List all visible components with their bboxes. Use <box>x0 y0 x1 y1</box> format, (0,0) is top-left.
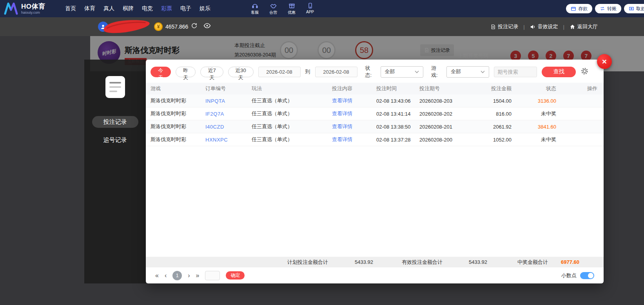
date-to-input[interactable] <box>315 67 357 77</box>
toggle-balance-visibility-button[interactable] <box>203 23 211 30</box>
game-select-value: 全部 <box>451 68 461 75</box>
col-header-amount: 投注金额 <box>480 85 513 92</box>
phone-icon <box>307 2 314 9</box>
filter-bar: 今天 昨天 近7天 近30天 到 状态: 全部 游戏: 全部 查找 <box>146 60 604 83</box>
nav-item-live[interactable]: 真人 <box>103 4 115 14</box>
coin-icon: ¥ <box>154 22 163 31</box>
plan-total-label: 计划投注金额合计 <box>287 259 328 266</box>
username-redaction-scribble <box>99 16 154 36</box>
quick-icon-label: 合营 <box>269 10 277 15</box>
cell-amount: 1052.00 <box>480 137 513 143</box>
main-menu: 首页 体育 真人 棋牌 电竞 彩票 电子 娱乐 <box>64 4 211 14</box>
brand-text: HO体育 haiouty.com <box>21 3 45 15</box>
deposit-button[interactable]: 存款 <box>566 4 592 13</box>
filter-today-button[interactable]: 今天 <box>151 67 171 77</box>
cell-status: 3841.60 <box>513 124 558 130</box>
customer-service-item[interactable]: 客服 <box>247 2 262 15</box>
page-jump-confirm-button[interactable]: 确定 <box>226 271 245 280</box>
valid-total-value: 5433.92 <box>469 259 487 265</box>
withdraw-button[interactable]: 取款 <box>624 4 644 13</box>
wallet-label: 取款 <box>636 5 644 12</box>
col-header-period: 投注期号 <box>419 85 480 92</box>
decimal-toggle-switch[interactable] <box>580 272 594 279</box>
order-code-link[interactable]: IF2Q7A <box>205 111 252 117</box>
cell-amount: 1504.00 <box>480 98 513 104</box>
nav-item-home[interactable]: 首页 <box>64 4 77 14</box>
col-header-game: 游戏 <box>151 85 205 92</box>
nav-item-esports[interactable]: 电竞 <box>141 4 154 14</box>
view-details-link[interactable]: 查看详情 <box>332 136 376 143</box>
back-to-lobby-link[interactable]: 返回大厅 <box>570 23 598 30</box>
cell-period: 20260208-200 <box>419 137 480 143</box>
app-download-item[interactable]: APP <box>303 2 317 15</box>
transfer-button[interactable]: 转账 <box>595 4 621 13</box>
sidebar-item-chase-records[interactable]: 追号记录 <box>92 134 138 146</box>
nav-item-slots[interactable]: 电子 <box>180 4 192 14</box>
subheader-link-label: 音效设定 <box>538 23 558 30</box>
nav-item-cards[interactable]: 棋牌 <box>122 4 134 14</box>
order-code-link[interactable]: HXNXPC <box>205 137 252 143</box>
view-details-link[interactable]: 查看详情 <box>332 123 376 130</box>
settings-button[interactable] <box>581 67 589 76</box>
separator: | <box>563 24 564 30</box>
status-select-value: 全部 <box>385 68 395 75</box>
nav-item-sports[interactable]: 体育 <box>83 4 96 14</box>
eye-icon <box>203 23 211 29</box>
refresh-balance-button[interactable] <box>191 22 198 30</box>
plan-total-value: 5433.92 <box>355 259 373 265</box>
decimal-toggle-label: 小数点 <box>561 272 577 279</box>
first-page-button[interactable]: « <box>155 272 159 279</box>
col-header-status: 状态 <box>513 85 558 92</box>
withdraw-icon <box>629 6 634 11</box>
cell-game: 斯洛伐克时时彩 <box>151 136 205 143</box>
sound-icon <box>530 24 536 30</box>
table-header-row: 游戏 订单编号 玩法 投注内容 投注时间 投注期号 投注金额 状态 操作 <box>146 83 604 94</box>
nav-item-lottery[interactable]: 彩票 <box>160 4 173 14</box>
wallet-buttons: 存款 转账 取款 <box>566 4 644 13</box>
prev-page-button[interactable]: ‹ <box>165 272 167 279</box>
close-modal-button[interactable]: × <box>597 54 612 69</box>
filter-7days-button[interactable]: 近7天 <box>200 67 223 77</box>
promotions-item[interactable]: 优惠 <box>284 2 299 15</box>
period-search-input[interactable] <box>494 67 537 77</box>
records-sidebar: 投注记录 追号记录 <box>84 60 146 283</box>
brand-title: HO体育 <box>21 3 45 10</box>
game-filter-label: 游戏: <box>431 65 442 79</box>
quick-icon-label: APP <box>306 10 314 14</box>
bet-records-link[interactable]: 投注记录 <box>490 23 518 30</box>
sound-settings-link[interactable]: 音效设定 <box>530 23 558 30</box>
cell-play: 任三直选（单式） <box>252 110 332 117</box>
subheader-links: 投注记录 | 音效设定 | 返回大厅 <box>490 17 598 36</box>
col-header-order: 订单编号 <box>205 85 252 92</box>
sidebar-item-bet-records[interactable]: 投注记录 <box>92 116 138 128</box>
page-jump-input[interactable] <box>205 271 220 280</box>
summary-bar: 计划投注金额合计 5433.92 有效投注金额合计 5433.92 中奖金额合计… <box>146 257 604 267</box>
brand[interactable]: HO体育 haiouty.com <box>0 2 62 15</box>
quick-icon-group: 客服 合营 优惠 APP <box>247 2 317 15</box>
win-total-label: 中奖金额合计 <box>517 259 548 266</box>
nav-item-entertainment[interactable]: 娱乐 <box>199 4 211 14</box>
last-page-button[interactable]: » <box>196 272 200 279</box>
home-icon <box>570 24 575 30</box>
filter-yesterday-button[interactable]: 昨天 <box>176 67 196 77</box>
order-code-link[interactable]: INPQTA <box>205 98 252 104</box>
date-from-input[interactable] <box>258 67 301 77</box>
quick-icon-label: 客服 <box>251 10 259 15</box>
search-button[interactable]: 查找 <box>542 67 576 77</box>
current-page-indicator[interactable]: 1 <box>172 271 182 280</box>
game-select[interactable]: 全部 <box>446 66 489 78</box>
cell-time: 02-08 13:37:28 <box>376 137 419 143</box>
view-details-link[interactable]: 查看详情 <box>332 110 376 117</box>
status-select[interactable]: 全部 <box>381 66 423 78</box>
order-code-link[interactable]: I40CZD <box>205 124 252 130</box>
deposit-icon <box>571 6 576 11</box>
refresh-icon <box>191 22 198 29</box>
chevron-down-icon <box>481 71 485 73</box>
partnership-item[interactable]: 合营 <box>266 2 281 15</box>
view-details-link[interactable]: 查看详情 <box>332 97 376 104</box>
next-page-button[interactable]: › <box>188 272 190 279</box>
filter-30days-button[interactable]: 近30天 <box>228 67 254 77</box>
subheader-link-label: 返回大厅 <box>577 23 598 30</box>
col-header-action: 操作 <box>558 85 599 92</box>
quick-icon-label: 优惠 <box>288 10 296 15</box>
